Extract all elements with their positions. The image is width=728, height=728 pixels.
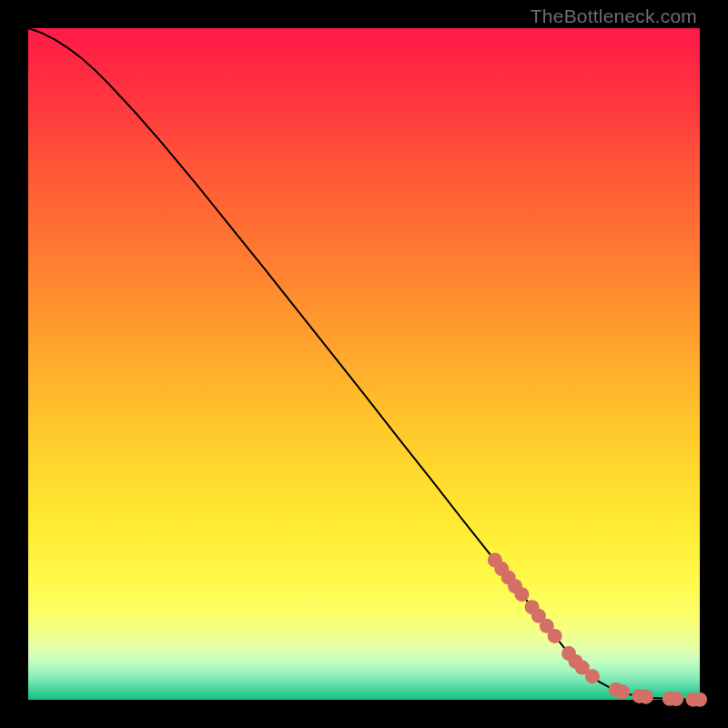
watermark-text: TheBottleneck.com	[531, 5, 697, 27]
data-marker	[639, 690, 653, 704]
data-marker	[548, 629, 562, 643]
data-marker	[669, 692, 683, 706]
data-marker	[514, 587, 529, 602]
data-marker	[693, 693, 707, 707]
chart-frame: TheBottleneck.com	[0, 0, 728, 728]
chart-overlay	[28, 28, 700, 700]
data-marker	[615, 684, 630, 699]
marker-group	[488, 553, 707, 707]
curve-line	[28, 28, 700, 700]
data-marker	[585, 669, 600, 683]
